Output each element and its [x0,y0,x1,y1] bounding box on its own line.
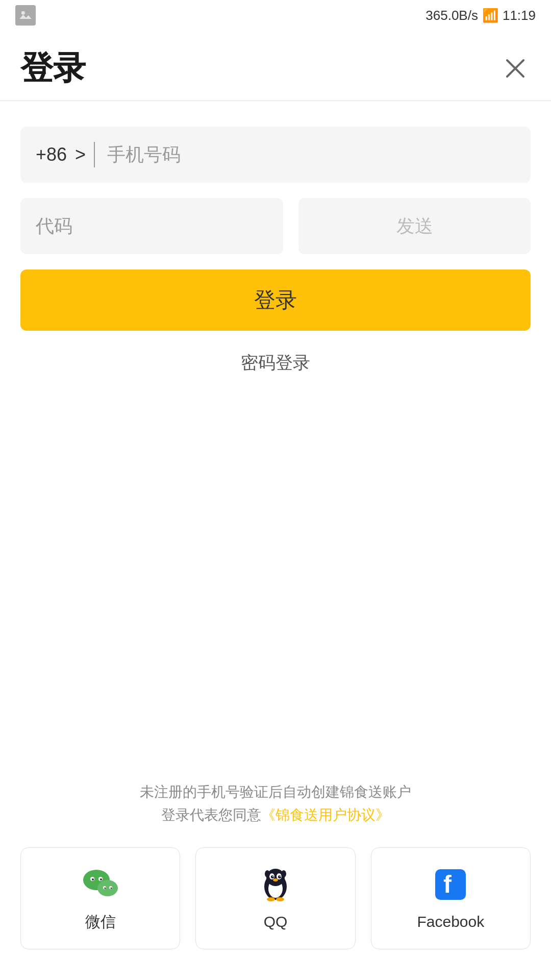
agreement-line2: 登录代表您同意《锦食送用户协议》 [20,804,531,827]
agreement-prefix: 登录代表您同意 [161,807,261,823]
header: 登录 [0,31,551,101]
svg-point-20 [278,875,281,878]
svg-point-13 [110,887,112,889]
wechat-label: 微信 [85,912,116,933]
agreement-text: 未注册的手机号验证后自动创建锦食送账户 登录代表您同意《锦食送用户协议》 [20,781,531,827]
svg-point-24 [265,870,270,877]
login-button-label: 登录 [254,286,297,314]
agreement-line1: 未注册的手机号验证后自动创建锦食送账户 [20,781,531,804]
country-code: +86 [36,144,67,165]
social-buttons: 微信 [20,847,531,949]
svg-point-23 [273,878,278,881]
wechat-icon [82,865,119,901]
network-speed: 365.0B/s [425,8,478,23]
code-placeholder: 代码 [36,214,72,239]
svg-point-22 [280,876,281,877]
status-bar-left [15,5,36,26]
svg-point-27 [276,897,284,901]
status-bar-right: 365.0B/s 📶 11:19 [425,8,536,23]
time-display: 11:19 [503,8,536,23]
svg-point-1 [21,11,25,15]
svg-point-25 [281,870,286,877]
svg-rect-0 [18,8,33,22]
code-row: 代码 发送 [20,198,531,254]
password-login-link[interactable]: 密码登录 [20,351,531,375]
facebook-login-button[interactable]: f Facebook [371,847,531,949]
signal-icons: 📶 [482,8,498,23]
country-code-arrow: > [75,144,86,165]
svg-point-12 [104,887,106,889]
main-content: +86 > 手机号码 代码 发送 登录 密码登录 [0,101,551,375]
svg-point-9 [97,880,118,896]
login-button[interactable]: 登录 [20,270,531,331]
svg-point-21 [272,876,273,877]
svg-point-7 [92,878,94,880]
wechat-login-button[interactable]: 微信 [20,847,180,949]
svg-point-26 [267,897,275,901]
close-button[interactable] [500,53,531,84]
send-label: 发送 [396,214,433,239]
facebook-icon: f [432,866,469,903]
svg-point-8 [100,878,102,880]
status-bar: 365.0B/s 📶 11:19 [0,0,551,31]
svg-text:f: f [443,871,452,898]
qq-login-button[interactable]: QQ [195,847,355,949]
agreement-link[interactable]: 《锦食送用户协议》 [261,807,390,823]
bottom-section: 未注册的手机号验证后自动创建锦食送账户 登录代表您同意《锦食送用户协议》 [0,781,551,980]
page-title: 登录 [20,46,86,90]
image-icon [15,5,36,26]
send-button[interactable]: 发送 [298,198,531,254]
qq-label: QQ [264,913,288,930]
divider [94,142,95,167]
qq-icon [257,866,294,903]
phone-placeholder: 手机号码 [107,142,181,167]
password-login-text: 密码登录 [241,353,310,372]
phone-input-container[interactable]: +86 > 手机号码 [20,127,531,183]
code-input[interactable]: 代码 [20,198,283,254]
facebook-label: Facebook [417,913,484,930]
svg-point-19 [271,875,274,878]
